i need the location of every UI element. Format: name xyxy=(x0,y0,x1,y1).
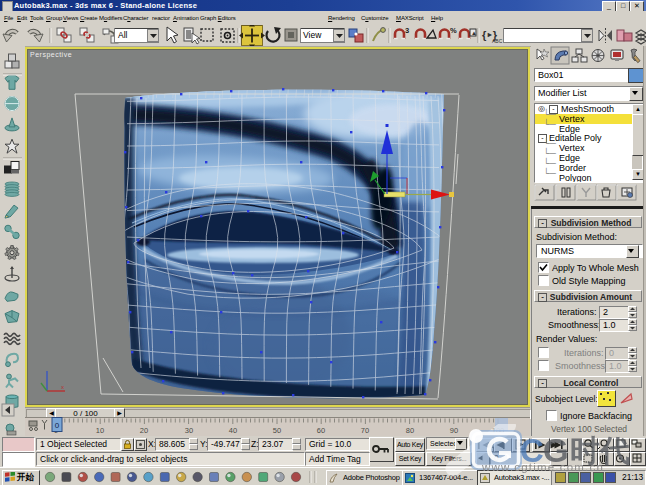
svg-text:▲: ▲ xyxy=(471,30,477,36)
svg-text:60: 60 xyxy=(317,426,325,435)
svg-text:x: x xyxy=(61,384,64,390)
svg-text:All: All xyxy=(118,30,128,40)
svg-text:www.cgtime.com.cn: www.cgtime.com.cn xyxy=(481,461,604,473)
svg-text:ABC: ABC xyxy=(492,38,503,44)
svg-text:40: 40 xyxy=(229,426,237,435)
svg-text:View: View xyxy=(303,30,322,40)
svg-text:70: 70 xyxy=(361,426,369,435)
svg-text:30: 30 xyxy=(185,426,193,435)
svg-text:20: 20 xyxy=(140,426,148,435)
svg-text:50: 50 xyxy=(273,426,281,435)
svg-text:10: 10 xyxy=(96,426,104,435)
svg-text:3: 3 xyxy=(405,26,409,35)
svg-text:0: 0 xyxy=(55,421,60,430)
svg-text:%: % xyxy=(450,26,457,35)
